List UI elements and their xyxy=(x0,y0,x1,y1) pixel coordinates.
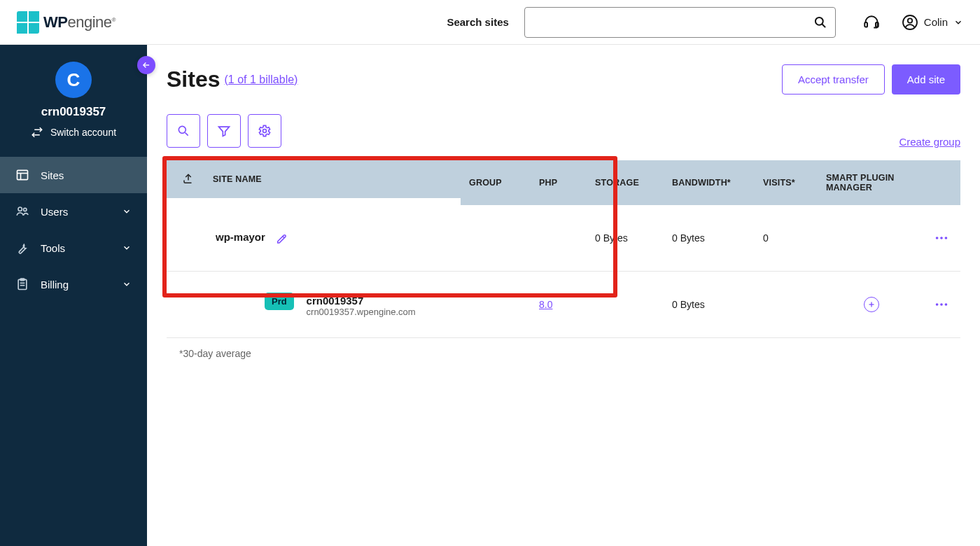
env-badge: Prd xyxy=(265,293,294,310)
account-avatar: C xyxy=(55,62,92,98)
svg-rect-2 xyxy=(864,22,867,27)
cell-storage: 0 Bytes xyxy=(587,205,664,272)
svg-point-24 xyxy=(940,237,943,239)
filter-button[interactable] xyxy=(207,114,241,148)
sidebar-item-billing[interactable]: Billing xyxy=(0,266,147,302)
sidebar-item-tools[interactable]: Tools xyxy=(0,230,147,266)
search-input[interactable] xyxy=(524,7,836,38)
sidebar-item-users[interactable]: Users xyxy=(0,193,147,230)
user-name: Colin xyxy=(924,16,948,28)
cell-bandwidth: 0 Bytes xyxy=(664,272,755,338)
col-site-name: SITE NAME xyxy=(213,174,262,184)
svg-point-30 xyxy=(945,303,948,306)
svg-point-29 xyxy=(940,303,943,306)
svg-point-0 xyxy=(816,17,823,24)
account-name: crn0019357 xyxy=(41,105,106,119)
sidebar: C crn0019357 Switch account Sites xyxy=(0,45,147,546)
user-avatar-icon xyxy=(902,14,918,31)
svg-line-22 xyxy=(282,236,284,237)
swap-icon xyxy=(31,126,43,139)
search-sites xyxy=(524,7,836,38)
table-footnote: *30-day average xyxy=(179,348,960,359)
wpengine-logo[interactable]: WPengine® xyxy=(17,11,115,34)
svg-point-12 xyxy=(18,207,22,211)
svg-point-28 xyxy=(936,303,939,306)
cell-group xyxy=(461,272,531,338)
help-icon[interactable] xyxy=(860,10,883,34)
search-icon xyxy=(176,124,190,138)
arrow-left-icon xyxy=(141,60,151,70)
sidebar-item-label: Users xyxy=(41,206,68,218)
table-search-button[interactable] xyxy=(167,114,200,148)
people-icon xyxy=(15,204,29,218)
svg-line-19 xyxy=(186,133,188,136)
svg-line-1 xyxy=(822,24,825,27)
col-group: GROUP xyxy=(469,178,502,188)
search-icon[interactable] xyxy=(813,15,827,29)
cell-bandwidth: 0 Bytes xyxy=(664,205,755,272)
env-name: crn0019357 xyxy=(307,295,416,307)
add-site-button[interactable]: Add site xyxy=(892,64,960,94)
sidebar-item-sites[interactable]: Sites xyxy=(0,157,147,193)
svg-point-18 xyxy=(178,126,186,133)
svg-rect-14 xyxy=(18,279,27,289)
col-visits: VISITS* xyxy=(763,178,795,188)
share-icon[interactable] xyxy=(182,173,195,186)
wrench-icon xyxy=(15,241,29,255)
row-menu-button[interactable] xyxy=(934,216,952,260)
switch-account-button[interactable]: Switch account xyxy=(31,126,116,139)
svg-point-21 xyxy=(263,130,267,133)
svg-rect-9 xyxy=(18,170,28,179)
col-storage: STORAGE xyxy=(595,178,639,188)
site-name: wp-mayor xyxy=(216,231,265,243)
svg-point-5 xyxy=(908,18,912,22)
sidebar-item-label: Billing xyxy=(41,279,69,290)
create-group-link[interactable]: Create group xyxy=(899,125,960,148)
cell-visits: 0 xyxy=(755,205,818,272)
table-row[interactable]: Prd crn0019357 crn0019357.wpengine.com 8… xyxy=(167,272,960,338)
search-label: Search sites xyxy=(447,16,508,28)
svg-point-23 xyxy=(936,237,939,239)
env-url: crn0019357.wpengine.com xyxy=(307,307,416,317)
table-row[interactable]: wp-mayor 0 Bytes 0 Bytes 0 xyxy=(167,205,960,272)
chevron-down-icon xyxy=(122,279,132,289)
cell-group xyxy=(461,205,531,272)
logo-icon xyxy=(17,11,39,34)
cell-visits xyxy=(755,272,818,338)
svg-point-13 xyxy=(24,208,27,211)
col-spm: SMART PLUGIN MANAGER xyxy=(826,173,895,192)
cell-php xyxy=(531,205,587,272)
cell-storage xyxy=(587,272,664,338)
billable-link[interactable]: (1 of 1 billable) xyxy=(224,74,298,86)
gear-icon xyxy=(258,124,272,138)
chevron-down-icon xyxy=(953,18,963,27)
svg-point-25 xyxy=(945,237,948,239)
accept-transfer-button[interactable]: Accept transfer xyxy=(782,64,885,94)
svg-marker-20 xyxy=(219,127,230,136)
sidebar-item-label: Sites xyxy=(41,169,64,181)
layout-icon xyxy=(15,168,29,182)
user-menu[interactable]: Colin xyxy=(902,14,963,31)
logo-text: WPengine® xyxy=(43,13,115,31)
filter-icon xyxy=(217,124,231,138)
sites-table: SITE NAME GROUP PHP STORAGE BANDWIDTH* V… xyxy=(167,160,960,338)
clipboard-icon xyxy=(15,277,29,291)
php-version-link[interactable]: 8.0 xyxy=(539,299,552,310)
collapse-sidebar-button[interactable] xyxy=(137,56,155,74)
add-spm-button[interactable] xyxy=(864,297,879,312)
row-menu-button[interactable] xyxy=(934,283,952,326)
switch-account-label: Switch account xyxy=(50,127,116,138)
chevron-down-icon xyxy=(122,206,132,216)
col-php: PHP xyxy=(539,178,557,188)
edit-icon[interactable] xyxy=(275,232,288,245)
table-settings-button[interactable] xyxy=(248,114,281,148)
sidebar-item-label: Tools xyxy=(41,242,65,254)
chevron-down-icon xyxy=(122,243,132,253)
page-title: Sites xyxy=(167,66,220,92)
col-bandwidth: BANDWIDTH* xyxy=(672,178,731,188)
